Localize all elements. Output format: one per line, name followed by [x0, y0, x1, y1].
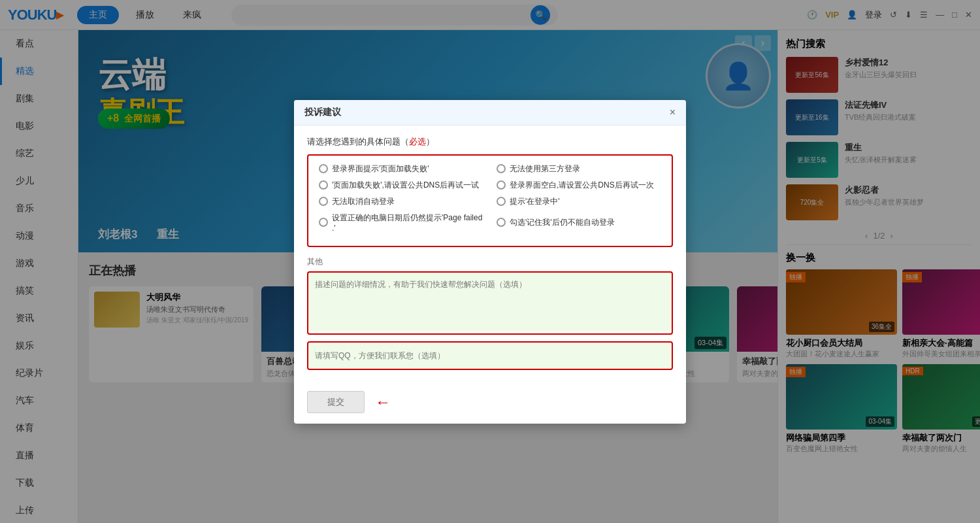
- other-label: 其他: [307, 256, 673, 267]
- option-radio-2: [319, 180, 328, 190]
- input-box: [307, 341, 673, 370]
- modal-header: 投诉建议 ×: [294, 100, 686, 126]
- modal: 投诉建议 × 请选择您遇到的具体问题（必选） 登录界面提示'页面加载失败' 无法…: [294, 100, 686, 424]
- modal-close-button[interactable]: ×: [670, 107, 676, 118]
- modal-title: 投诉建议: [304, 107, 341, 118]
- option-radio-5: [497, 197, 506, 206]
- option-6[interactable]: 设置正确的电脑日期后仍然提示'Page failed .': [319, 212, 483, 233]
- description-textarea[interactable]: [308, 273, 672, 331]
- option-label-5: 提示'在登录中': [510, 196, 560, 207]
- required-mark: 必选: [409, 137, 426, 146]
- option-radio-3: [497, 180, 506, 190]
- arrow-indicator: ←: [375, 393, 391, 411]
- option-2[interactable]: '页面加载失败',请设置公共DNS后再试一试: [319, 180, 483, 191]
- modal-footer: 提交 ←: [294, 391, 686, 424]
- options-row-1: '页面加载失败',请设置公共DNS后再试一试 登录界面空白,请设置公共DNS后再…: [319, 180, 661, 191]
- option-label-3: 登录界面空白,请设置公共DNS后再试一次: [510, 180, 654, 191]
- qq-input[interactable]: [308, 343, 672, 369]
- option-label-2: '页面加载失败',请设置公共DNS后再试一试: [332, 180, 479, 191]
- option-label-6: 设置正确的电脑日期后仍然提示'Page failed .': [332, 212, 483, 233]
- options-row-2: 无法取消自动登录 提示'在登录中': [319, 196, 661, 207]
- submit-button[interactable]: 提交: [307, 391, 365, 413]
- options-box: 登录界面提示'页面加载失败' 无法使用第三方登录 '页面加载失败',请设置公共D…: [307, 154, 673, 247]
- options-row-3: 设置正确的电脑日期后仍然提示'Page failed .' 勾选'记住我'后仍不…: [319, 212, 661, 233]
- option-label-4: 无法取消自动登录: [332, 196, 395, 207]
- option-5[interactable]: 提示'在登录中': [497, 196, 661, 207]
- option-0[interactable]: 登录界面提示'页面加载失败': [319, 163, 483, 175]
- option-radio-0: [319, 164, 328, 173]
- modal-body: 请选择您遇到的具体问题（必选） 登录界面提示'页面加载失败' 无法使用第三方登录: [294, 126, 686, 391]
- modal-overlay[interactable]: 投诉建议 × 请选择您遇到的具体问题（必选） 登录界面提示'页面加载失败' 无法…: [0, 0, 980, 523]
- option-radio-6: [319, 218, 328, 227]
- option-7[interactable]: 勾选'记住我'后仍不能自动登录: [497, 212, 661, 233]
- option-radio-4: [319, 197, 328, 206]
- modal-question: 请选择您遇到的具体问题（必选）: [307, 136, 673, 148]
- options-row-0: 登录界面提示'页面加载失败' 无法使用第三方登录: [319, 163, 661, 175]
- textarea-box: [307, 271, 673, 335]
- option-4[interactable]: 无法取消自动登录: [319, 196, 483, 207]
- option-radio-1: [497, 164, 506, 173]
- option-label-7: 勾选'记住我'后仍不能自动登录: [510, 217, 615, 228]
- option-label-1: 无法使用第三方登录: [510, 163, 580, 175]
- option-radio-7: [497, 218, 506, 227]
- option-3[interactable]: 登录界面空白,请设置公共DNS后再试一次: [497, 180, 661, 191]
- option-label-0: 登录界面提示'页面加载失败': [332, 163, 429, 175]
- option-1[interactable]: 无法使用第三方登录: [497, 163, 661, 175]
